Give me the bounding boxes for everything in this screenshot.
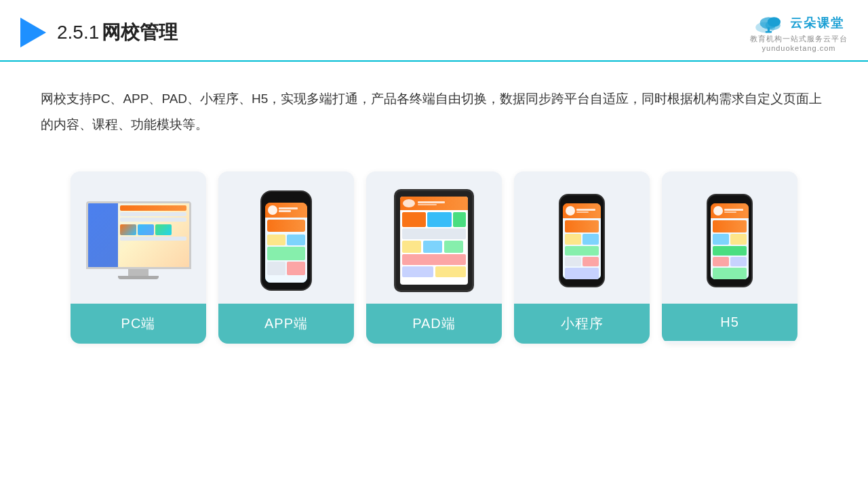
- svg-point-3: [768, 17, 781, 26]
- card-mini-label: 小程序: [514, 304, 650, 344]
- card-pc-image: [71, 171, 206, 304]
- mini-phone-mockup: [559, 194, 605, 287]
- pc-mockup: [86, 201, 191, 279]
- page-title: 2.5.1网校管理: [57, 20, 178, 45]
- phone-notch: [278, 197, 294, 201]
- phone-screen: [265, 203, 307, 283]
- logo-main-text: 云朵课堂: [790, 15, 844, 31]
- header-left: 2.5.1网校管理: [20, 18, 178, 47]
- card-miniprogram: 小程序: [514, 171, 650, 344]
- card-h5-label: H5: [662, 304, 797, 341]
- h5-screen: [711, 203, 749, 279]
- description-text: 网校支持PC、APP、PAD、小程序、H5，实现多端打通，产品各终端自由切换，数…: [0, 62, 868, 138]
- logo-subtext: 教育机构一站式服务云平台: [750, 34, 848, 44]
- tablet-mockup: [394, 189, 474, 292]
- play-icon: [20, 18, 46, 47]
- card-mini-image: [514, 171, 650, 304]
- card-h5: H5: [662, 171, 797, 344]
- cloud-logo-icon: [753, 12, 786, 34]
- mini-screen: [563, 203, 601, 279]
- logo-cloud: 云朵课堂: [753, 12, 844, 34]
- cards-section: PC端: [0, 144, 868, 344]
- card-app-label: APP端: [218, 304, 354, 344]
- mini-notch: [575, 199, 589, 202]
- card-pc: PC端: [71, 171, 206, 344]
- svg-rect-4: [768, 27, 770, 31]
- card-pad-image: [366, 171, 502, 304]
- app-phone-mockup: [260, 190, 312, 291]
- card-pad: PAD端: [366, 171, 502, 344]
- card-pc-label: PC端: [71, 304, 206, 344]
- logo-domain: yunduoketang.com: [762, 44, 836, 52]
- header: 2.5.1网校管理 云朵课堂 教育机构一站式服务云平台 yunduoketang…: [0, 0, 868, 62]
- monitor-screen: [86, 201, 191, 269]
- card-pad-label: PAD端: [366, 304, 502, 344]
- card-h5-image: [662, 171, 797, 304]
- h5-notch: [723, 199, 736, 202]
- title-text: 网校管理: [102, 22, 178, 43]
- logo-area: 云朵课堂 教育机构一站式服务云平台 yunduoketang.com: [750, 12, 848, 52]
- svg-rect-5: [766, 31, 772, 33]
- tablet-screen: [400, 197, 468, 285]
- title-number: 2.5.1: [57, 22, 99, 43]
- card-app-image: [218, 171, 354, 304]
- card-app: APP端: [218, 171, 354, 344]
- h5-phone-mockup: [707, 194, 753, 287]
